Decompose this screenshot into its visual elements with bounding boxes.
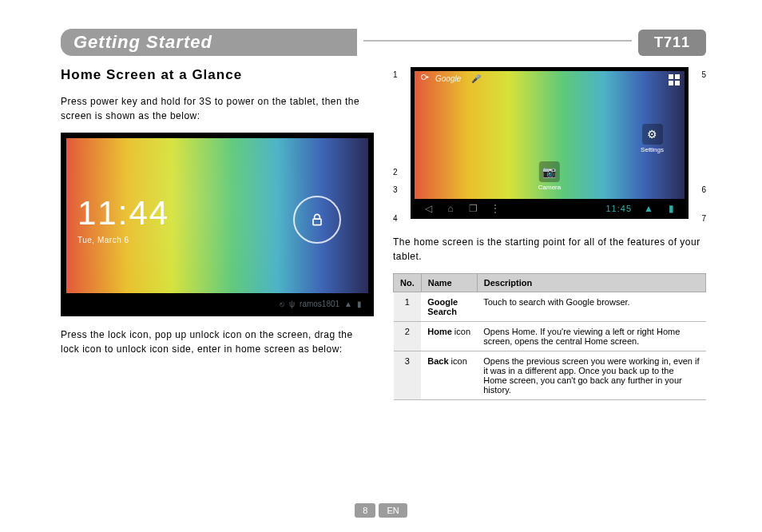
cell-name: Back icon: [421, 351, 477, 400]
header-title: Getting Started: [61, 29, 357, 56]
cell-desc: Opens Home. If you're viewing a left or …: [477, 322, 705, 351]
callout-5: 5: [701, 70, 706, 79]
header-rule: [363, 40, 631, 42]
cell-name: Google Search: [421, 292, 477, 322]
table-row: 1Google SearchTouch to search with Googl…: [394, 292, 706, 322]
nav-clock: 11:45: [605, 204, 632, 213]
page-footer: 8 EN: [0, 503, 762, 518]
homescreen-navbar: ◁ ⌂ ❐ ⋮ 11:45 ▲ ▮: [415, 200, 685, 216]
homescreen-topbar: Google 🎤: [415, 71, 685, 85]
th-desc: Description: [477, 274, 705, 292]
feature-table: No. Name Description 1Google SearchTouch…: [393, 273, 706, 400]
th-name: Name: [421, 274, 477, 292]
battery-icon: ▮: [357, 300, 362, 308]
usb-icon: ψ: [289, 300, 295, 308]
lockscreen-clock: 11:44 Tue, March 6: [77, 194, 169, 244]
wifi-icon: ▲: [344, 300, 352, 308]
cell-no: 1: [394, 292, 422, 322]
camera-icon: 📷: [539, 161, 560, 182]
settings-label: Settings: [641, 146, 664, 153]
battery-icon: ▮: [665, 203, 677, 214]
lock-icon: [293, 196, 341, 244]
homescreen-annotated: 1 2 3 4 5 6 7 Google 🎤 ⚙ Settings: [393, 67, 706, 227]
camera-label: Camera: [538, 184, 561, 191]
cell-desc: Opens the previous screen you were worki…: [477, 351, 705, 400]
apps-grid-icon: [669, 74, 680, 85]
callout-6: 6: [701, 185, 706, 194]
google-plus-icon: [419, 73, 431, 84]
intro-paragraph-3: The home screen is the starting point fo…: [393, 235, 706, 264]
callout-7: 7: [701, 214, 706, 223]
recents-icon: ❐: [467, 203, 478, 214]
home-icon: ⌂: [445, 203, 456, 214]
mic-icon: 🎤: [470, 73, 482, 84]
cell-name: Home icon: [421, 322, 477, 351]
lockscreen-date: Tue, March 6: [77, 236, 169, 244]
svg-rect-0: [313, 219, 321, 225]
table-row: 3Back iconOpens the previous screen you …: [394, 351, 706, 400]
svg-point-1: [422, 75, 427, 80]
callout-3: 3: [393, 185, 398, 194]
google-search-label: Google: [435, 74, 461, 83]
cell-no: 2: [394, 322, 422, 351]
th-no: No.: [394, 274, 422, 292]
lockscreen-statusbar: ⎋ ψ ramos1801 ▲ ▮: [66, 295, 368, 312]
section-title: Home Screen at a Glance: [61, 67, 374, 83]
page-lang: EN: [379, 503, 407, 518]
lockscreen-image: 11:44 Tue, March 6 ⎋ ψ ramos1801 ▲ ▮: [61, 133, 374, 316]
wifi-icon: ▲: [643, 203, 654, 214]
homescreen-image: Google 🎤 ⚙ Settings 📷 Camera ◁ ⌂ ❐ ⋮: [411, 67, 689, 219]
gear-icon: ⚙: [642, 124, 663, 145]
model-badge: T711: [638, 30, 706, 56]
callout-1: 1: [393, 70, 398, 79]
menu-icon: ⋮: [490, 203, 501, 214]
back-icon: ◁: [423, 203, 434, 214]
left-column: Home Screen at a Glance Press power key …: [61, 67, 374, 500]
camera-app-icon: 📷 Camera: [538, 161, 561, 191]
intro-paragraph-1: Press power key and hold for 3S to power…: [61, 94, 374, 123]
right-column: 1 2 3 4 5 6 7 Google 🎤 ⚙ Settings: [393, 67, 706, 500]
cell-desc: Touch to search with Google browser.: [477, 292, 705, 322]
lockscreen-time: 11:44: [77, 194, 169, 232]
page-header: Getting Started T711: [61, 29, 706, 56]
settings-app-icon: ⚙ Settings: [641, 124, 664, 153]
android-icon: ⎋: [280, 300, 284, 308]
table-row: 2Home iconOpens Home. If you're viewing …: [394, 322, 706, 351]
callout-4: 4: [393, 214, 398, 223]
callout-2: 2: [393, 168, 398, 177]
page-number: 8: [355, 503, 375, 518]
status-user: ramos1801: [300, 300, 339, 308]
intro-paragraph-2: Press the lock icon, pop up unlock icon …: [61, 328, 374, 356]
cell-no: 3: [394, 351, 422, 400]
